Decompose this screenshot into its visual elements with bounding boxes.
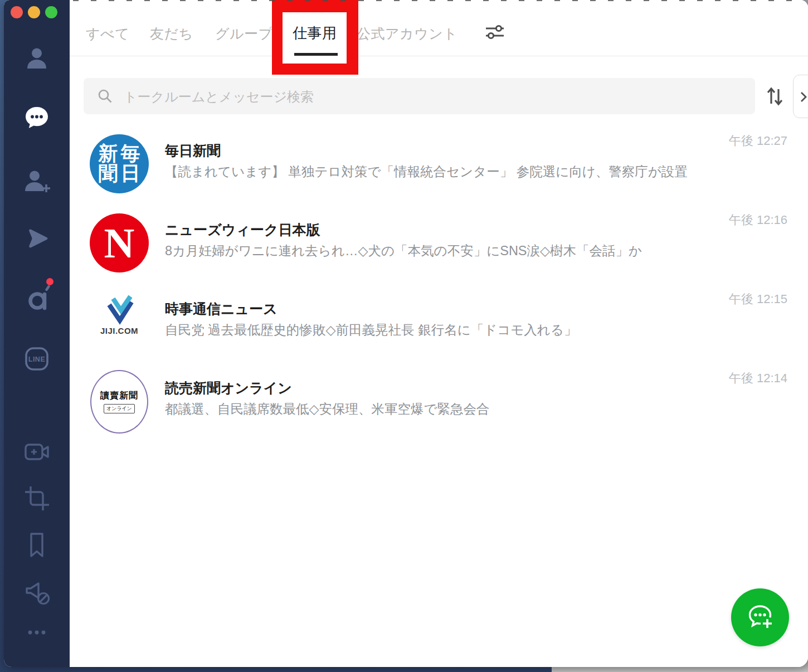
megaphone-off-icon: [22, 577, 51, 606]
sidebar-item-capture[interactable]: [22, 484, 51, 513]
avatar-caption: JIJI.COM: [100, 326, 138, 335]
sidebar-item-notifications-off[interactable]: [22, 577, 51, 606]
chat-name: 読売新聞オンライン: [165, 379, 292, 397]
chat-filter-button[interactable]: [485, 22, 505, 41]
sidebar-item-chats[interactable]: [22, 103, 51, 132]
chat-last-message: 都議選、自民議席数最低◇安保理、米軍空爆で緊急会合: [165, 400, 490, 418]
chat-last-message: 自民党 過去最低歴史的惨敗◇前田義晃社長 銀行名に「ドコモ入れる」: [165, 321, 577, 339]
jiji-logo-icon: [101, 295, 137, 325]
sidebar: LINE: [4, 0, 70, 667]
sidebar-item-meeting[interactable]: [22, 437, 51, 466]
avatar-newsweek: N: [90, 213, 149, 272]
active-tab-underline: [294, 53, 338, 56]
screen: LINE: [0, 0, 808, 672]
crop-icon: [22, 484, 51, 513]
new-chat-icon: [744, 602, 776, 633]
avatar-subtext: オンライン: [104, 404, 135, 413]
avatar-text: 讀賣新聞: [100, 390, 138, 402]
avatar-jiji: JIJI.COM: [90, 293, 149, 354]
ellipsis-icon: [22, 618, 51, 647]
window-minimize-button[interactable]: [28, 6, 40, 18]
search-input[interactable]: [123, 78, 738, 115]
notification-badge: [46, 278, 53, 285]
filter-sliders-icon: [485, 22, 505, 41]
avatar-yomiuri: 讀賣新聞 オンライン: [90, 370, 148, 434]
sort-arrows-icon: [765, 84, 785, 108]
tab-official-accounts[interactable]: 公式アカウント: [357, 25, 457, 43]
window-zoom-button[interactable]: [45, 6, 57, 18]
chat-list-item[interactable]: 讀賣新聞 オンライン 読売新聞オンライン 都議選、自民議席数最低◇安保理、米軍空…: [70, 362, 808, 441]
sidebar-item-line-services[interactable]: LINE: [22, 344, 51, 373]
chat-list-panel: すべて 友だち グループ 公式アカウント 仕事用: [70, 0, 808, 667]
voom-play-icon: [22, 224, 51, 253]
chat-name: ニューズウィーク日本版: [165, 221, 320, 239]
bookmark-icon: [22, 530, 51, 559]
window-close-button[interactable]: [11, 6, 23, 18]
sidebar-item-openchat[interactable]: [22, 283, 51, 311]
person-add-icon: [22, 167, 51, 196]
avatar-text: 新毎: [96, 144, 143, 164]
sidebar-item-add-friend[interactable]: [22, 167, 51, 196]
chat-name: 時事通信ニュース: [165, 300, 278, 318]
video-plus-icon: [22, 437, 51, 466]
new-chat-fab[interactable]: [731, 588, 789, 646]
sidebar-item-voom[interactable]: [22, 224, 51, 253]
sidebar-item-more[interactable]: [22, 618, 51, 647]
chat-timestamp: 午後 12:27: [729, 133, 787, 149]
sort-button[interactable]: [765, 84, 785, 108]
chat-timestamp: 午後 12:16: [729, 212, 787, 228]
chat-last-message: 【読まれています】 単独テロ対策で「情報統合センター」 参院選に向け、警察庁が設…: [165, 163, 688, 181]
sidebar-item-keep[interactable]: [22, 530, 51, 559]
search-bar[interactable]: [84, 78, 755, 114]
chat-bubble-icon: [22, 103, 51, 132]
chat-list-item[interactable]: N ニューズウィーク日本版 8カ月妊婦がワニに連れ去られ…◇犬の「本気の不安」に…: [70, 204, 808, 283]
avatar-text: 聞日: [96, 164, 143, 184]
chat-list-item[interactable]: JIJI.COM 時事通信ニュース 自民党 過去最低歴史的惨敗◇前田義晃社長 銀…: [70, 283, 808, 362]
tab-friends[interactable]: 友だち: [150, 25, 193, 43]
search-icon: [97, 88, 114, 105]
openchat-a-icon: [22, 283, 51, 311]
sidebar-item-friends[interactable]: [22, 44, 51, 73]
chat-name: 毎日新聞: [165, 142, 221, 160]
top-edge-dashes: [73, 0, 808, 1]
chat-timestamp: 午後 12:14: [729, 370, 787, 387]
avatar-letter: N: [104, 222, 135, 264]
person-icon: [22, 44, 51, 73]
tab-groups[interactable]: グループ: [215, 25, 273, 43]
chevron-right-icon: [800, 91, 807, 103]
chat-timestamp: 午後 12:15: [729, 291, 787, 308]
chat-list: 新毎 聞日 毎日新聞 【読まれています】 単独テロ対策で「情報統合センター」 参…: [70, 125, 808, 441]
line-logo-icon: LINE: [22, 344, 51, 373]
line-app-window: LINE: [4, 0, 808, 667]
avatar-mainichi: 新毎 聞日: [90, 134, 149, 193]
tab-bar: すべて 友だち グループ 公式アカウント 仕事用: [70, 0, 808, 56]
tab-all[interactable]: すべて: [86, 25, 129, 43]
chat-list-item[interactable]: 新毎 聞日 毎日新聞 【読まれています】 単独テロ対策で「情報統合センター」 参…: [70, 125, 808, 204]
tab-work[interactable]: 仕事用: [293, 23, 337, 43]
chat-last-message: 8カ月妊婦がワニに連れ去られ…◇犬の「本気の不安」にSNS涙◇樹木「会話」か: [165, 242, 642, 260]
panel-expand-toggle[interactable]: [793, 75, 808, 118]
line-logo-text: LINE: [28, 356, 45, 363]
